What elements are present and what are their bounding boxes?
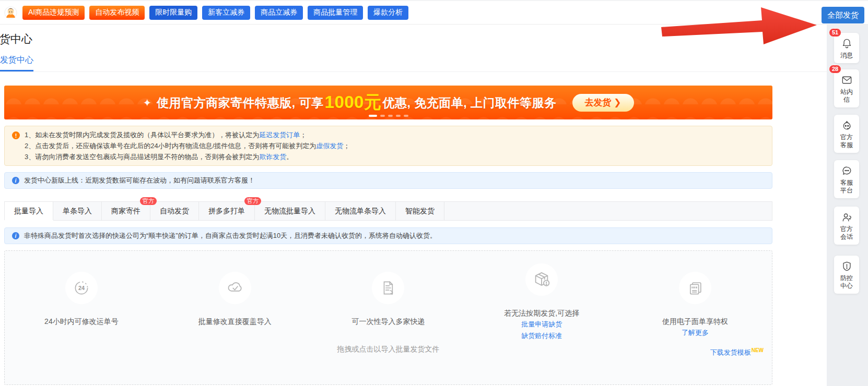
cloud-check-icon (219, 272, 251, 304)
batch-stockout-link[interactable]: 批量申请缺货 (504, 319, 579, 330)
tab-no-logistics-batch[interactable]: 无物流批量导入 (255, 202, 325, 220)
carousel-dot[interactable] (369, 115, 377, 117)
new-version-notice: i 发货中心新版上线：近期发货数据可能存在波动，如有问题请联系官方客服！ (4, 172, 772, 189)
package-alert-icon (525, 263, 558, 296)
quick-button-ai-violation-predict[interactable]: AI商品违规预测 (22, 6, 85, 20)
tab-no-logistics-single[interactable]: 无物流单条导入 (325, 202, 396, 220)
tab-shipping-center[interactable]: 发货中心 (0, 55, 33, 71)
import-tabs: 批量导入 单条导入 商家寄件官方 自动发货 拼多多打单官方 无物流批量导入 无物… (4, 201, 772, 221)
quick-button-batch-manage[interactable]: 商品批量管理 (308, 6, 363, 20)
go-ship-button[interactable]: 去发货 ❯ (572, 94, 634, 112)
rail-item-label: 防控中心 (840, 274, 853, 290)
warning-lines: 1、如未在发货时限内完成发货及揽收的（具体以平台要求为准），将被认定为延迟发货订… (25, 129, 350, 162)
official-badge: 官方 (140, 197, 157, 205)
clock-24-icon: 24 (65, 272, 98, 304)
notice-text: 非特殊商品发货时首次选择的快递公司为“顺丰快递”的订单，自商家点击发货时起满10… (24, 231, 437, 240)
tab-auto-ship[interactable]: 自动发货 (150, 202, 199, 220)
promo-banner[interactable]: 使用官方商家寄件特惠版, 可享1000元优惠, 免充面单, 上门取件等服务 去发… (4, 86, 772, 119)
tab-pdd-print[interactable]: 拼多多打单官方 (199, 202, 255, 220)
rail-item-label: 消息 (840, 52, 853, 59)
dropzone-hint: 拖拽或点击以导入批量发货文件 (5, 345, 772, 354)
feature-stockout: 若无法按期发货,可选择 批量申请缺货 缺货赔付标准 (465, 263, 618, 342)
warning-line: 2、点击发货后，还应确保该单号在此后的24小时内有物流信息/揽件信息，否则将有可… (25, 140, 350, 151)
quick-button-flash-sale[interactable]: 限时限量购 (149, 6, 197, 20)
rail-item-risk-control[interactable]: 防控中心 (834, 256, 859, 294)
notice-text: 发货中心新版上线：近期发货数据可能存在波动，如有问题请联系官方客服！ (24, 176, 255, 185)
user-avatar[interactable] (4, 6, 17, 19)
document-import-icon (372, 272, 404, 304)
feature-e-waybill: 使用电子面单享特权 了解更多 (618, 272, 772, 342)
bell-icon (841, 38, 853, 50)
rail-item-label: 站内信 (840, 88, 853, 104)
ship-all-button[interactable]: 全部发货 (822, 7, 864, 23)
chat-bubble-icon (841, 165, 853, 177)
sf-express-notice: i 非特殊商品发货时首次选择的快递公司为“顺丰快递”的订单，自商家点击发货时起满… (4, 227, 772, 244)
topbar: AI商品违规预测 自动发布视频 限时限量购 新客立减券 商品立减券 商品批量管理… (0, 0, 868, 25)
tab-smart-ship[interactable]: 智能发货 (396, 202, 444, 220)
file-dropzone[interactable]: 24 24小时内可修改运单号 批量修改直接覆盖导入 (4, 250, 772, 385)
rail-item-messages[interactable]: 51 消息 (834, 33, 859, 63)
info-icon: i (12, 232, 19, 239)
shield-alert-icon (841, 260, 853, 272)
warning-icon: ! (12, 131, 20, 139)
feature-multi-express: 可一次性导入多家快递 (312, 272, 465, 342)
right-rail: 51 消息 28 站内信 官方客服 客服平台 (827, 25, 868, 386)
quick-button-new-customer-coupon[interactable]: 新客立减券 (202, 6, 250, 20)
carousel-dot[interactable] (380, 115, 385, 117)
carousel-dot[interactable] (404, 115, 408, 117)
page-title: 发货中心 (0, 32, 827, 46)
rail-item-inbox[interactable]: 28 站内信 (834, 69, 859, 107)
carousel-dot[interactable] (396, 115, 401, 117)
official-badge: 官方 (244, 197, 261, 205)
feature-overwrite-import: 批量修改直接覆盖导入 (158, 272, 312, 342)
quick-button-hot-analysis[interactable]: 爆款分析 (368, 6, 408, 20)
delayed-shipping-link[interactable]: 延迟发货订单 (259, 131, 300, 139)
carousel-dot[interactable] (388, 115, 393, 117)
rail-item-label: 客服平台 (840, 179, 853, 195)
quick-button-auto-video[interactable]: 自动发布视频 (89, 6, 145, 20)
rail-item-official-service[interactable]: 官方客服 (834, 115, 859, 153)
banner-amount: 1000元 (325, 92, 382, 112)
user-chat-icon (841, 211, 853, 223)
shipping-warning-box: ! 1、如未在发货时限内完成发货及揽收的（具体以平台要求为准），将被认定为延迟发… (4, 126, 772, 166)
mail-icon (841, 74, 853, 86)
messages-count-badge: 51 (829, 28, 841, 37)
stockout-compensation-link[interactable]: 缺货赔付标准 (504, 330, 579, 342)
rail-item-service-platform[interactable]: 客服平台 (834, 160, 859, 198)
new-badge: NEW (752, 347, 764, 353)
fake-shipping-link[interactable]: 虚假发货 (316, 142, 343, 150)
rail-item-label: 官方会话 (840, 225, 853, 241)
tab-batch-import[interactable]: 批量导入 (5, 202, 53, 220)
svg-text:24: 24 (78, 285, 85, 291)
carousel-dots (369, 115, 408, 117)
warning-line: 1、如未在发货时限内完成发货及揽收的（具体以平台要求为准），将被认定为延迟发货订… (25, 129, 350, 140)
info-icon: i (12, 177, 19, 184)
download-template-link[interactable]: 下载发货模板NEW (710, 347, 764, 357)
learn-more-link[interactable]: 了解更多 (662, 327, 728, 339)
fraud-shipping-link[interactable]: 欺诈发货 (259, 153, 286, 161)
rail-item-label: 官方客服 (840, 134, 853, 149)
sparkle-icon (143, 96, 152, 109)
quick-button-product-coupon[interactable]: 商品立减券 (255, 6, 303, 20)
page-tab-row: 发货中心 (0, 55, 827, 72)
tabs-filler (444, 202, 772, 220)
service-mascot-icon (841, 119, 853, 131)
rail-item-official-chat[interactable]: 官方会话 (834, 207, 859, 245)
banner-text: 使用官方商家寄件特惠版, 可享1000元优惠, 免充面单, 上门取件等服务 (157, 91, 556, 114)
warning-line: 3、请勿向消费者发送空包裹或与商品描述明显不符的物品，否则将会被判定为欺诈发货。 (25, 151, 350, 162)
waybill-icon (679, 272, 711, 304)
tab-merchant-shipping[interactable]: 商家寄件官方 (102, 202, 150, 220)
feature-edit-tracking: 24 24小时内可修改运单号 (5, 272, 158, 342)
inbox-count-badge: 28 (829, 65, 841, 74)
feature-list: 24 24小时内可修改运单号 批量修改直接覆盖导入 (5, 251, 772, 342)
tab-single-import[interactable]: 单条导入 (53, 202, 102, 220)
main-content: 发货中心 发货中心 使用官方商家寄件特惠版, 可享1000元优惠, 免充面单, … (0, 25, 827, 386)
